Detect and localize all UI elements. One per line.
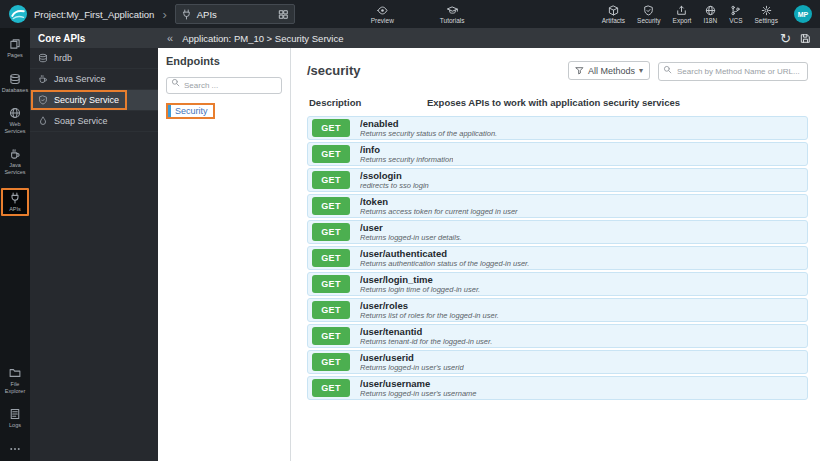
method-badge[interactable]: GET	[312, 379, 350, 397]
endpoint-path: /user/roles	[360, 301, 499, 311]
endpoint-description: Returns login time of logged-in user.	[360, 286, 480, 294]
endpoint-path: /ssologin	[360, 171, 429, 181]
main-content: /security All Methods ▾ Description Expo…	[291, 48, 820, 461]
export-button[interactable]: Export	[673, 5, 692, 24]
method-badge[interactable]: GET	[312, 353, 350, 371]
endpoint-item-label: Security	[171, 106, 208, 116]
api-search-input[interactable]	[658, 62, 808, 81]
api-icon	[9, 192, 21, 204]
shield-icon	[643, 5, 654, 16]
api-endpoint-row-enabled[interactable]: GET /enabled Returns security status of …	[307, 116, 808, 140]
api-endpoint-row-user-roles[interactable]: GET /user/roles Returns list of roles fo…	[307, 298, 808, 322]
workspace-tab-apis[interactable]: APIs	[175, 4, 295, 24]
endpoint-item-security[interactable]: Security	[166, 103, 215, 119]
endpoint-path: /token	[360, 197, 518, 207]
i18n-button[interactable]: I18N	[703, 5, 717, 24]
endpoint-text: /user/authenticated Returns authenticati…	[360, 249, 529, 268]
globe-icon	[9, 107, 21, 119]
breadcrumb: Application: PM_10 > Security Service	[182, 33, 343, 44]
content-header: /security All Methods ▾	[307, 60, 808, 81]
vcs-button[interactable]: VCS	[729, 5, 742, 24]
method-badge[interactable]: GET	[312, 223, 350, 241]
methods-filter-dropdown[interactable]: All Methods ▾	[568, 61, 650, 80]
logs-icon	[9, 408, 21, 420]
method-badge[interactable]: GET	[312, 249, 350, 267]
topbar-actions: Artifacts Security Export I18N VCS Setti…	[602, 5, 812, 24]
endpoint-text: /token Returns access token for current …	[360, 197, 518, 216]
api-endpoint-row-user-login-time[interactable]: GET /user/login_time Returns login time …	[307, 272, 808, 296]
refresh-icon[interactable]: ↻	[780, 32, 791, 45]
security-label: Security	[637, 17, 660, 24]
rail-label: APIs	[9, 206, 21, 213]
branch-icon	[730, 5, 741, 16]
sidebar-item-java-service[interactable]: Java Service	[30, 69, 158, 90]
project-name[interactable]: Project:My_First_Application	[34, 9, 154, 20]
rail-label: File Explorer	[1, 381, 29, 394]
endpoint-description: Returns access token for current logged …	[360, 208, 518, 216]
rail-item-web-services[interactable]: Web Services	[1, 105, 29, 136]
database-icon	[9, 73, 21, 85]
method-badge[interactable]: GET	[312, 327, 350, 345]
security-button[interactable]: Security	[637, 5, 660, 24]
brand-logo-icon[interactable]	[8, 4, 28, 24]
api-endpoint-row-token[interactable]: GET /token Returns access token for curr…	[307, 194, 808, 218]
api-endpoint-row-ssologin[interactable]: GET /ssologin redirects to sso login	[307, 168, 808, 192]
endpoint-text: /user/username Returns logged-in user's …	[360, 379, 477, 398]
dots-icon	[9, 443, 21, 455]
rail-item-java-services[interactable]: Java Services	[1, 146, 29, 177]
rail-item-more[interactable]	[1, 441, 29, 457]
sidebar-item-label: Java Service	[54, 74, 106, 84]
method-badge[interactable]: GET	[312, 197, 350, 215]
endpoint-path: /user/userid	[360, 353, 464, 363]
tutorials-label: Tutorials	[440, 17, 465, 24]
api-endpoint-row-user-authenticated[interactable]: GET /user/authenticated Returns authenti…	[307, 246, 808, 270]
export-label: Export	[673, 17, 692, 24]
rail-item-pages[interactable]: Pages	[1, 36, 29, 61]
endpoint-path: /user/tenantid	[360, 327, 492, 337]
api-search	[658, 60, 808, 81]
endpoint-text: /ssologin redirects to sso login	[360, 171, 429, 190]
artifacts-button[interactable]: Artifacts	[602, 5, 625, 24]
api-endpoint-row-user-tenantid[interactable]: GET /user/tenantid Returns tenant-id for…	[307, 324, 808, 348]
endpoints-title: Endpoints	[166, 55, 282, 67]
method-badge[interactable]: GET	[312, 145, 350, 163]
rail-item-apis[interactable]: APIs	[1, 188, 29, 217]
rail-item-logs[interactable]: Logs	[1, 406, 29, 431]
export-icon	[676, 5, 687, 16]
topbar: Project:My_First_Application › APIs Prev…	[0, 0, 820, 28]
method-badge[interactable]: GET	[312, 301, 350, 319]
save-icon[interactable]	[800, 33, 811, 44]
method-badge[interactable]: GET	[312, 275, 350, 293]
api-icon	[181, 9, 192, 20]
api-endpoint-row-user-username[interactable]: GET /user/username Returns logged-in use…	[307, 376, 808, 400]
sidebar-item-label: hrdb	[54, 53, 72, 63]
pages-icon	[9, 38, 21, 50]
api-endpoint-row-user-userid[interactable]: GET /user/userid Returns logged-in user'…	[307, 350, 808, 374]
grid-icon[interactable]	[278, 9, 289, 20]
api-endpoint-row-user[interactable]: GET /user Returns logged-in user details…	[307, 220, 808, 244]
topbar-center: Preview Tutorials	[371, 5, 465, 24]
endpoint-description: Returns tenant-id for the logged-in user…	[360, 338, 492, 346]
tutorials-button[interactable]: Tutorials	[440, 5, 465, 24]
sidebar-item-label: Security Service	[54, 95, 119, 105]
collapse-panel-button[interactable]: «	[167, 32, 173, 44]
endpoints-search-input[interactable]	[166, 77, 282, 94]
rail-item-databases[interactable]: Databases	[1, 71, 29, 96]
endpoint-text: /user/userid Returns logged-in user's us…	[360, 353, 464, 372]
description-row: Description Exposes APIs to work with ap…	[307, 97, 808, 108]
eye-icon	[377, 5, 388, 16]
sidebar-item-hrdb[interactable]: hrdb	[30, 48, 158, 69]
sidebar-item-soap-service[interactable]: Soap Service	[30, 111, 158, 132]
method-badge[interactable]: GET	[312, 171, 350, 189]
avatar[interactable]: MP	[794, 5, 812, 23]
settings-button[interactable]: Settings	[755, 5, 779, 24]
method-badge[interactable]: GET	[312, 119, 350, 137]
caret-down-icon: ▾	[639, 66, 643, 75]
api-endpoint-row-info[interactable]: GET /info Returns security information	[307, 142, 808, 166]
rail-item-file-explorer[interactable]: File Explorer	[1, 365, 29, 396]
endpoint-text: /info Returns security information	[360, 145, 453, 164]
preview-button[interactable]: Preview	[371, 5, 394, 24]
endpoint-text: /enabled Returns security status of the …	[360, 119, 497, 138]
sidebar-item-security-service[interactable]: Security Service	[30, 90, 158, 111]
rail-label: Web Services	[1, 121, 29, 134]
